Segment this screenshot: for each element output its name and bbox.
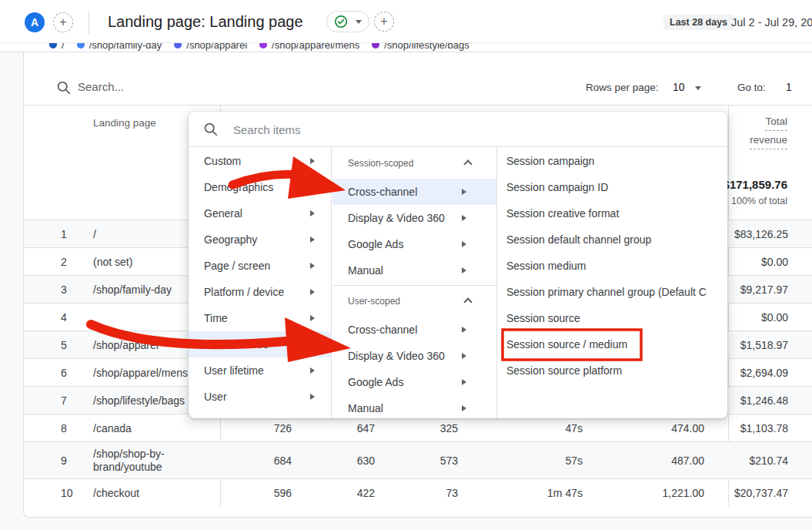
row-index: 7 (61, 394, 67, 407)
picker-dimension-list: Session campaign Session campaign ID Ses… (496, 148, 727, 384)
metric-cell: 1m 47s (547, 487, 583, 499)
row-index: 9 (61, 455, 67, 467)
menu-item-label: Google Ads (348, 376, 403, 388)
menu-item-platform-device[interactable]: Platform / device (189, 279, 331, 305)
divider (24, 105, 812, 106)
picker-subcategory-list: Session-scoped Cross-channel Display & V… (332, 148, 496, 418)
menu-item-session-source-platform[interactable]: Session source platform (496, 357, 727, 384)
metric-cell: 684 (274, 455, 292, 467)
menu-item-session-default-channel-group[interactable]: Session default channel group (496, 226, 727, 253)
metric-cell: 73 (446, 487, 458, 499)
chevron-down-icon (356, 20, 362, 24)
menu-item-session-campaign-id[interactable]: Session campaign ID (496, 174, 727, 200)
submenu-arrow-icon (462, 405, 466, 411)
menu-item-label: Platform / device (204, 286, 284, 298)
menu-item-display-video-360-session[interactable]: Display & Video 360 (332, 205, 496, 231)
menu-item-session-medium[interactable]: Session medium (496, 253, 727, 279)
legend-item: / (49, 43, 65, 51)
search-icon (56, 80, 72, 96)
submenu-arrow-icon (310, 315, 315, 321)
go-to-input[interactable]: 1 (786, 81, 792, 93)
revenue-cell: $1,246.48 (740, 394, 788, 407)
menu-item-label: Custom (204, 155, 241, 167)
metric-cell: 647 (357, 422, 375, 434)
submenu-arrow-icon (310, 210, 315, 216)
revenue-cell: $20,737.47 (734, 487, 788, 499)
row-index: 5 (61, 339, 67, 351)
menu-item-session-creative-format[interactable]: Session creative format (496, 200, 727, 226)
submenu-arrow-icon (310, 158, 315, 164)
menu-item-google-ads-session[interactable]: Google Ads (332, 231, 496, 257)
menu-item-general[interactable]: General (189, 200, 331, 226)
menu-item-label: Session creative format (506, 207, 619, 220)
menu-item-label: Google Ads (348, 238, 403, 250)
avatar[interactable]: A (25, 12, 45, 32)
submenu-arrow-icon (462, 379, 466, 385)
session-scoped-header[interactable]: Session-scoped (332, 148, 496, 179)
menu-item-label: Manual (348, 264, 383, 277)
menu-item-label: Traffic source (204, 338, 269, 351)
metric-cell: 1,221.00 (663, 487, 705, 499)
row-index: 4 (61, 311, 67, 324)
rows-per-page-select[interactable]: 10 (673, 81, 685, 93)
scope-label: Session-scoped (348, 158, 413, 169)
chevron-up-icon (463, 297, 472, 306)
menu-item-cross-channel-session[interactable]: Cross-channel (332, 179, 496, 205)
menu-item-manual-session[interactable]: Manual (332, 257, 496, 283)
revenue-cell: $1,518.97 (740, 339, 788, 351)
metric-cell: 573 (440, 455, 458, 467)
legend-dot (259, 43, 267, 49)
legend-item: /shop/apparel/mens (259, 43, 359, 51)
menu-item-label: Session default channel group (506, 233, 651, 246)
check-circle-icon (334, 15, 348, 29)
menu-item-user-lifetime[interactable]: User lifetime (189, 357, 331, 384)
picker-search-input[interactable]: Search items (233, 123, 301, 136)
menu-item-geography[interactable]: Geography (189, 226, 331, 253)
menu-item-time[interactable]: Time (189, 305, 331, 331)
row-index: 1 (61, 228, 67, 240)
menu-item-session-campaign[interactable]: Session campaign (496, 148, 727, 174)
add-report-icon[interactable]: + (374, 12, 394, 32)
report-status-pill[interactable] (326, 11, 369, 32)
metric-cell: 630 (357, 455, 375, 467)
menu-item-manual-user[interactable]: Manual (332, 395, 496, 418)
menu-item-page-screen[interactable]: Page / screen (189, 253, 331, 279)
rows-per-page-label: Rows per page: (586, 82, 659, 93)
menu-item-label: Session source (506, 312, 580, 324)
menu-item-cross-channel-user[interactable]: Cross-channel (332, 317, 496, 343)
search-icon (203, 122, 219, 137)
menu-item-session-source-medium[interactable]: Session source / medium (496, 331, 727, 357)
chevron-down-icon[interactable] (695, 86, 701, 90)
metric-cell: 726 (274, 422, 292, 434)
menu-item-demographics[interactable]: Demographics (189, 174, 331, 200)
menu-item-label: Cross-channel (348, 324, 417, 336)
revenue-cell: $9,217.97 (740, 283, 788, 296)
legend-dot (77, 43, 85, 49)
add-comparison-icon[interactable]: + (53, 12, 73, 32)
menu-item-session-primary-channel-group[interactable]: Session primary channel group (Default C (496, 279, 727, 305)
submenu-arrow-icon (462, 327, 466, 333)
menu-item-custom[interactable]: Custom (189, 148, 331, 174)
metric-cell: 422 (357, 487, 375, 499)
revenue-cell: $83,126.25 (734, 228, 788, 240)
date-range-text[interactable]: Jul 2 - Jul 29, 202 (731, 16, 812, 29)
column-header-landing-page[interactable]: Landing page (93, 117, 156, 129)
table-search-input[interactable]: Search... (78, 80, 124, 93)
user-scoped-header[interactable]: User-scoped (332, 286, 496, 317)
submenu-arrow-icon (310, 367, 315, 374)
row-index: 2 (61, 256, 67, 268)
metric-cell: 474.00 (671, 422, 704, 434)
metric-cell: 325 (440, 422, 458, 434)
legend-dot (372, 43, 379, 49)
menu-item-google-ads-user[interactable]: Google Ads (332, 369, 496, 395)
menu-item-display-video-360-user[interactable]: Display & Video 360 (332, 343, 496, 369)
menu-item-traffic-source[interactable]: Traffic source (189, 331, 331, 357)
menu-item-session-source[interactable]: Session source (496, 305, 727, 331)
column-header-total-revenue[interactable]: Total revenue (750, 114, 787, 151)
submenu-arrow-icon (310, 236, 315, 243)
menu-item-label: Display & Video 360 (348, 350, 445, 362)
date-range-badge[interactable]: Last 28 days (663, 15, 733, 30)
submenu-arrow-icon (310, 289, 315, 295)
header-divider (89, 11, 89, 34)
menu-item-user[interactable]: User (189, 384, 331, 410)
